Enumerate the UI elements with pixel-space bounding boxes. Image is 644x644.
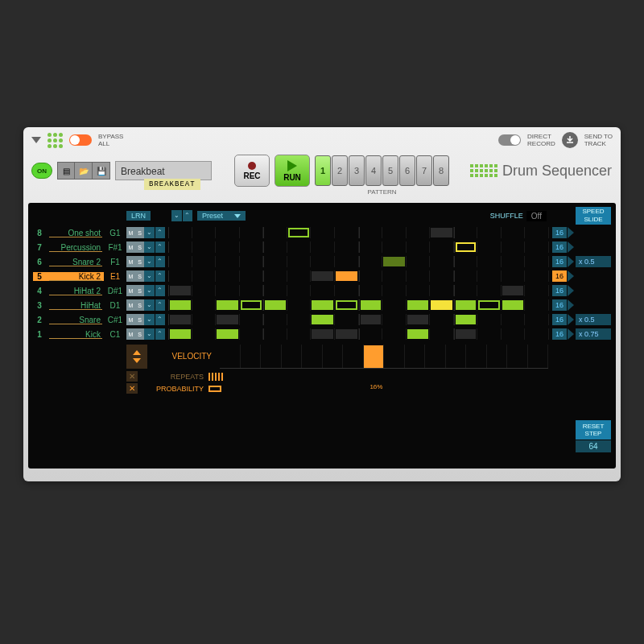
- step-cell[interactable]: [192, 285, 217, 296]
- velocity-cell[interactable]: [446, 345, 467, 368]
- step-cell[interactable]: [407, 285, 431, 296]
- probability-cell[interactable]: [468, 383, 488, 394]
- step-cell[interactable]: [216, 328, 240, 340]
- row-arrows[interactable]: ⌄⌃: [144, 227, 165, 238]
- row-length[interactable]: 16: [552, 314, 567, 325]
- preset-dropdown[interactable]: Preset: [197, 211, 246, 221]
- step-cell[interactable]: [430, 328, 454, 340]
- probability-cell[interactable]: [407, 383, 427, 394]
- row-length[interactable]: 16: [552, 328, 567, 340]
- pattern-button-4[interactable]: 4: [365, 155, 382, 186]
- step-cell[interactable]: [335, 270, 359, 282]
- speed-value[interactable]: x 0.75: [576, 328, 611, 340]
- reset-step-button[interactable]: RESETSTEP: [576, 420, 611, 440]
- mute-solo-button[interactable]: MS: [126, 314, 144, 325]
- send-to-track-button[interactable]: [562, 132, 578, 148]
- pattern-button-7[interactable]: 7: [416, 155, 432, 186]
- row-name[interactable]: Percussion: [46, 243, 104, 252]
- step-cell[interactable]: [240, 270, 264, 282]
- step-cell[interactable]: [454, 328, 478, 340]
- velocity-cell[interactable]: [302, 345, 323, 368]
- step-cell[interactable]: [407, 328, 431, 340]
- mute-solo-button[interactable]: MS: [126, 256, 144, 267]
- velocity-cell[interactable]: [364, 345, 385, 368]
- step-cell[interactable]: [477, 299, 502, 311]
- velocity-cell[interactable]: [507, 345, 528, 368]
- pattern-button-1[interactable]: 1: [315, 155, 331, 186]
- step-cell[interactable]: [168, 227, 192, 238]
- row-arrows[interactable]: ⌄⌃: [144, 256, 165, 267]
- step-cell[interactable]: [287, 256, 312, 267]
- pattern-button-2[interactable]: 2: [332, 155, 348, 186]
- row-length[interactable]: 16: [552, 227, 567, 238]
- direct-record-toggle[interactable]: [498, 134, 521, 146]
- row-name[interactable]: HiHat: [46, 301, 104, 310]
- run-button[interactable]: RUN: [275, 155, 310, 187]
- step-cell[interactable]: [192, 227, 217, 238]
- mute-solo-button[interactable]: MS: [126, 270, 144, 282]
- step-cell[interactable]: [382, 256, 407, 267]
- rec-button[interactable]: REC: [234, 155, 270, 187]
- step-cell[interactable]: [477, 314, 502, 325]
- velocity-cell[interactable]: [343, 345, 364, 368]
- row-note[interactable]: F1: [104, 258, 126, 266]
- step-cell[interactable]: [263, 328, 287, 340]
- step-cell[interactable]: [382, 299, 407, 311]
- step-cell[interactable]: [287, 242, 312, 253]
- step-cell[interactable]: [382, 227, 407, 238]
- step-cell[interactable]: [168, 285, 192, 296]
- row-note[interactable]: D1: [104, 301, 126, 310]
- step-cell[interactable]: [430, 242, 454, 253]
- step-cell[interactable]: [382, 242, 407, 253]
- step-cell[interactable]: [407, 227, 431, 238]
- velocity-cell[interactable]: [487, 345, 508, 368]
- probability-cell[interactable]: [508, 383, 528, 394]
- probability-cell[interactable]: [225, 383, 245, 394]
- pattern-button-5[interactable]: 5: [382, 155, 398, 186]
- step-cell[interactable]: [407, 256, 431, 267]
- step-cell[interactable]: [168, 314, 192, 325]
- row-length[interactable]: 16: [552, 270, 567, 282]
- speed-value[interactable]: x 0.5: [576, 256, 611, 267]
- step-cell[interactable]: [477, 285, 502, 296]
- row-arrows[interactable]: ⌄⌃: [144, 270, 165, 282]
- row-note[interactable]: C1: [104, 330, 126, 339]
- step-cell[interactable]: [359, 242, 383, 253]
- probability-cell[interactable]: [326, 383, 346, 394]
- row-name[interactable]: Kick 2: [46, 272, 104, 281]
- open-button[interactable]: 📂: [75, 162, 93, 180]
- step-cell[interactable]: [216, 299, 240, 311]
- repeats-toggle[interactable]: ✕: [126, 371, 138, 382]
- velocity-cell[interactable]: [466, 345, 487, 368]
- preset-name-field[interactable]: Breakbeat: [115, 161, 212, 180]
- velocity-cell[interactable]: [282, 345, 303, 368]
- step-cell[interactable]: [502, 314, 526, 325]
- step-cell[interactable]: [525, 270, 549, 282]
- row-name[interactable]: Snare: [46, 316, 104, 324]
- step-cell[interactable]: [311, 314, 335, 325]
- step-cell[interactable]: [311, 270, 335, 282]
- step-cell[interactable]: [287, 227, 312, 238]
- step-cell[interactable]: [263, 314, 287, 325]
- reset-step-value[interactable]: 64: [576, 440, 611, 452]
- step-cell[interactable]: [407, 314, 431, 325]
- step-cell[interactable]: [359, 314, 383, 325]
- step-cell[interactable]: [359, 299, 383, 311]
- step-cell[interactable]: [407, 299, 431, 311]
- step-cell[interactable]: [525, 285, 549, 296]
- row-name[interactable]: Kick: [46, 330, 104, 339]
- step-cell[interactable]: [525, 227, 549, 238]
- step-cell[interactable]: [382, 270, 407, 282]
- step-cell[interactable]: [335, 299, 359, 311]
- velocity-cell[interactable]: [220, 345, 241, 368]
- step-cell[interactable]: [192, 328, 217, 340]
- step-cell[interactable]: [216, 227, 240, 238]
- step-cell[interactable]: [477, 227, 502, 238]
- step-cell[interactable]: [216, 285, 240, 296]
- step-cell[interactable]: [502, 227, 526, 238]
- row-arrows[interactable]: ⌄⌃: [144, 242, 165, 253]
- step-cell[interactable]: [525, 328, 549, 340]
- step-cell[interactable]: [311, 242, 335, 253]
- step-cell[interactable]: [359, 328, 383, 340]
- velocity-cell[interactable]: [384, 345, 405, 368]
